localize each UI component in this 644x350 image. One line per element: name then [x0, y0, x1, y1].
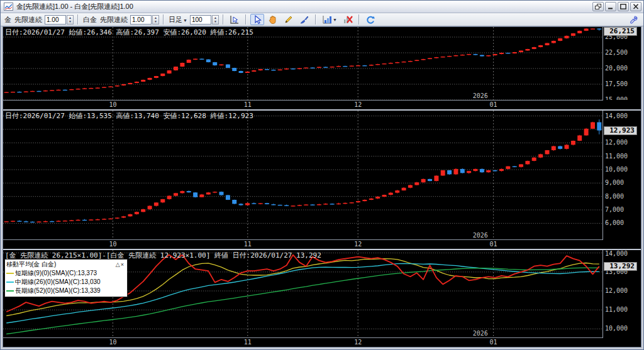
legend-collapse-button[interactable]: △: [116, 261, 121, 268]
gold-chart-canvas[interactable]: 2026 日付:2026/01/27 始値:26,346 高値:26,397 安…: [3, 27, 603, 100]
settings-wrench-icon[interactable]: [626, 14, 640, 25]
pointer-tool-button[interactable]: [250, 14, 264, 25]
bar-count-input[interactable]: [190, 15, 211, 25]
x-axis-label: 10: [109, 101, 116, 108]
x-axis-label: 01: [490, 339, 497, 346]
short-ma-swatch: [6, 273, 14, 274]
x-axis-label: 10: [109, 339, 116, 346]
mid-ma-swatch: [6, 282, 14, 283]
app-chart-icon: [4, 3, 14, 11]
x-axis-label: 01: [490, 101, 497, 108]
legend-close-button[interactable]: ×: [121, 261, 125, 268]
gold-time-axis: 10111201: [3, 100, 603, 109]
legend-item-long-ma: 長期線(52)(0)(SMA)(C):13,339: [6, 287, 125, 295]
platinum-scale-stepper: ▲▼: [130, 15, 159, 25]
toolbar: 金 先限連続 ▲▼ 白金 先限連続 ▲▼ 日足▼ ▲▼: [1, 13, 643, 26]
chart-cursor-tool-button[interactable]: [228, 14, 242, 25]
delete-drawings-button[interactable]: [341, 14, 355, 25]
current-price-box: 26,215: [604, 27, 637, 36]
gold-scale-stepper: ▲▼: [45, 15, 74, 25]
y-axis-label: 11,000: [605, 153, 628, 160]
y-axis-label: 9,000: [605, 179, 624, 186]
chart-window: 金[先限連続]1.00 - 白金[先限連続]1.00 金 先限連続 ▲▼ 白金 …: [0, 0, 644, 350]
panel-gold: 2026 日付:2026/01/27 始値:26,346 高値:26,397 安…: [3, 27, 641, 109]
toolbar-separator: [358, 14, 360, 25]
gold-ohlc-info: 日付:2026/01/27 始値:26,346 高値:26,397 安値:26,…: [5, 28, 253, 37]
refresh-button[interactable]: [364, 14, 377, 25]
titlebar: 金[先限連続]1.00 - 白金[先限連続]1.00: [1, 1, 643, 13]
gold-scale-spin-buttons[interactable]: ▲▼: [67, 15, 74, 25]
y-axis-label: 11,000: [605, 306, 628, 313]
gold-scale-input[interactable]: [45, 15, 66, 25]
legend-item-mid-ma: 中期線(26)(0)(SMA)(C):13,030: [6, 278, 125, 287]
year-label: 2026: [473, 92, 488, 99]
y-axis-label: 12,000: [605, 287, 628, 294]
toolbar-separator: [77, 14, 79, 25]
platinum-chart-canvas[interactable]: 2026 日付:2026/01/27 始値:13,535 高値:13,740 安…: [3, 111, 603, 239]
panel-spread: 2026 [金 先限連続 26,215×1.00]-[白金 先限連続 12,92…: [3, 250, 641, 347]
chart-type-menu-button[interactable]: ▼: [320, 14, 339, 25]
close-icon[interactable]: [630, 2, 641, 11]
chevron-down-icon: ▼: [183, 18, 187, 23]
y-axis-label: 10,000: [605, 325, 628, 332]
bar-count-spin-buttons[interactable]: ▲▼: [212, 15, 219, 25]
platinum-label: 白金: [83, 15, 97, 25]
x-axis-label: 01: [490, 241, 497, 248]
current-price-box: 13,292: [604, 262, 637, 271]
window-title: 金[先限連続]1.00 - 白金[先限連続]1.00: [16, 2, 592, 11]
x-axis-label: 12: [354, 339, 362, 346]
spread-chart-canvas[interactable]: 2026 [金 先限連続 26,215×1.00]-[白金 先限連続 12,92…: [3, 250, 603, 337]
chart-client-area: 2026 日付:2026/01/27 始値:26,346 高値:26,397 安…: [3, 26, 641, 347]
y-axis-label: 12,000: [605, 139, 628, 146]
float-window-icon[interactable]: [592, 2, 604, 11]
y-axis-label: 14,000: [605, 250, 628, 257]
pencil-draw-tool-button[interactable]: [282, 14, 296, 25]
gold-series-label: 先限連続: [14, 15, 42, 25]
platinum-series-label: 先限連続: [100, 15, 128, 25]
platinum-scale-spin-buttons[interactable]: ▲▼: [152, 15, 159, 25]
x-axis-label: 10: [109, 241, 116, 248]
moving-average-legend: 移動平均(金 白金) △× 短期線(9)(0)(SMA)(C):13,373 中…: [4, 259, 128, 297]
platinum-price-axis: 14,00013,00012,00011,00010,0009,0008,000…: [603, 111, 641, 239]
toolbar-separator: [223, 14, 224, 25]
period-select[interactable]: 日足▼: [169, 15, 187, 25]
trendline-pen-tool-button[interactable]: [297, 14, 311, 25]
y-axis-label: 20,000: [605, 65, 628, 72]
y-axis-label: 17,500: [605, 80, 628, 87]
y-axis-label: 15,000: [605, 96, 628, 100]
y-axis-label: 14,000: [605, 112, 628, 119]
legend-item-short-ma: 短期線(9)(0)(SMA)(C):13,373: [6, 269, 125, 278]
minimize-icon[interactable]: [605, 2, 616, 11]
platinum-time-axis: 10111201: [3, 239, 603, 249]
x-axis-label: 11: [244, 241, 252, 248]
platinum-scale-input[interactable]: [130, 15, 152, 25]
year-label: 2026: [473, 330, 488, 337]
bar-count-stepper: ▲▼: [190, 15, 219, 25]
maximize-icon[interactable]: [618, 2, 629, 11]
legend-title: 移動平均(金 白金): [6, 260, 56, 269]
platinum-ohlc-info: 日付:2026/01/27 始値:13,535 高値:13,740 安値:12,…: [5, 111, 253, 121]
x-axis-label: 11: [244, 101, 252, 108]
y-axis-label: 6,000: [605, 219, 624, 226]
y-axis-label: 7,000: [605, 206, 624, 213]
hand-pan-tool-button[interactable]: [266, 14, 280, 25]
y-axis-label: 22,500: [605, 49, 628, 56]
toolbar-separator: [245, 14, 247, 25]
gold-label: 金: [4, 15, 11, 25]
panel-platinum: 2026 日付:2026/01/27 始値:13,535 高値:13,740 安…: [3, 111, 641, 249]
y-axis-label: 10,000: [605, 166, 628, 173]
spread-time-axis: 10111201: [3, 337, 603, 347]
current-price-box: 12,923: [604, 126, 637, 135]
x-axis-label: 12: [354, 101, 362, 108]
x-axis-label: 12: [354, 241, 362, 248]
spread-price-axis: 14,00013,00012,00011,00010,00013,292: [603, 250, 641, 337]
chevron-down-icon: ▼: [333, 18, 337, 22]
y-axis-label: 8,000: [605, 193, 624, 200]
year-label: 2026: [473, 232, 488, 239]
toolbar-separator: [315, 14, 316, 25]
x-axis-label: 11: [244, 339, 252, 346]
toolbar-separator: [163, 14, 164, 25]
long-ma-swatch: [6, 290, 14, 292]
gold-price-axis: 25,00022,50020,00017,50015,00026,215: [603, 27, 641, 100]
